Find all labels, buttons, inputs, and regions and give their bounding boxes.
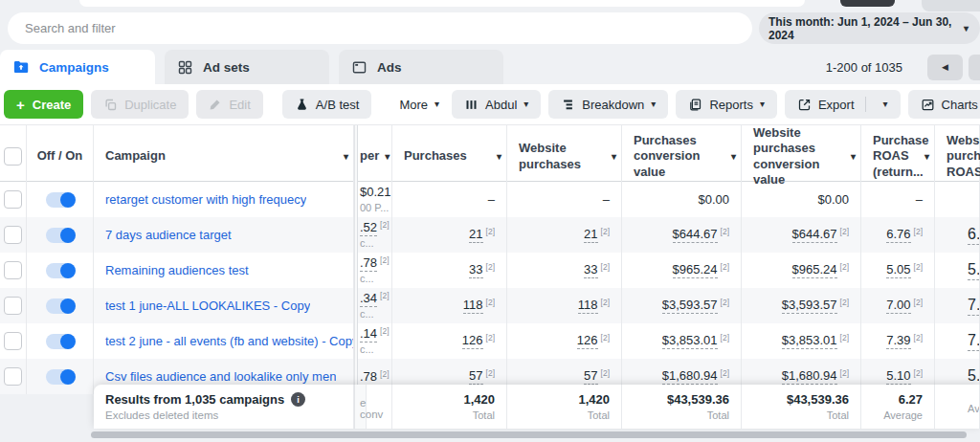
purchases-value[interactable]: 118 — [463, 298, 483, 314]
sort-caret-icon[interactable]: ▾ — [924, 152, 929, 162]
export-button[interactable]: Export ▾ — [785, 90, 901, 119]
date-range-selector[interactable]: This month: Jun 1, 2024 – Jun 30, 2024 ▾ — [759, 12, 980, 44]
purchases-conversion-value[interactable]: $3,853.01 — [662, 333, 718, 349]
topbar-fragment-dark — [840, 0, 895, 7]
prev-page-button[interactable]: ◀ — [927, 55, 963, 80]
website-purchases-value[interactable]: 118 — [578, 298, 598, 314]
reports-button[interactable]: Reports ▾ — [676, 90, 777, 119]
purchase-roas-value[interactable]: 5.10 — [886, 368, 910, 385]
purchases-conversion-value[interactable]: $3,593.57 — [662, 298, 718, 314]
cost-cell-fragment[interactable]: .14 — [360, 326, 377, 343]
campaign-link[interactable]: test 1 june-ALL LOOKALIKES - Copy — [94, 298, 310, 313]
website-purchases-value[interactable]: 33 — [584, 262, 597, 278]
breakdown-button[interactable]: Breakdown ▾ — [548, 90, 668, 119]
create-button-label: Create — [33, 98, 71, 112]
cost-cell-fragment[interactable]: .78 — [360, 255, 377, 272]
purchases-value[interactable]: 33 — [469, 262, 482, 278]
tab-campaigns[interactable]: Campaigns — [0, 50, 155, 84]
campaign-link[interactable]: retarget customer with high frequecy — [94, 192, 306, 207]
purchases-value[interactable]: 126 — [462, 333, 483, 349]
purchase-roas-value[interactable]: 6.76 — [886, 227, 910, 243]
website-purchase-roas-value[interactable]: 6.76 — [968, 226, 980, 245]
campaign-link[interactable]: test 2 june - all events (fb and website… — [94, 334, 353, 348]
website-purchase-roas-value[interactable]: 7.39 — [968, 332, 980, 351]
info-icon[interactable]: i — [291, 392, 305, 407]
search-input[interactable] — [8, 12, 752, 44]
chevron-down-icon[interactable]: ▾ — [883, 99, 888, 109]
website-purchases-conversion-value[interactable]: $1,680.94 — [782, 368, 837, 385]
website-purchases-conversion-value[interactable]: $3,853.01 — [782, 333, 837, 349]
row-checkbox[interactable] — [4, 261, 22, 279]
column-header-cost-truncated[interactable]: per ▾ — [358, 125, 392, 188]
sort-caret-icon[interactable]: ▾ — [612, 152, 616, 162]
campaign-toggle[interactable] — [46, 369, 75, 385]
next-page-button[interactable]: ▶ — [969, 55, 980, 80]
purchases-value[interactable]: 57 — [469, 368, 482, 385]
column-header-website-purchases[interactable]: Website purchases ▾ — [507, 125, 622, 188]
table-row[interactable]: 7 days audience target .52[2]c... 21[2] … — [0, 217, 980, 253]
table-row[interactable]: Remaining audiences test .78[2]c... 33[2… — [0, 253, 980, 288]
purchase-roas-value[interactable]: 7.00 — [886, 298, 910, 314]
select-all-checkbox[interactable] — [4, 147, 22, 166]
campaign-link[interactable]: Remaining audiences test — [94, 263, 249, 277]
sort-caret-icon[interactable]: ▾ — [497, 152, 501, 162]
sort-caret-icon[interactable]: ▾ — [344, 152, 348, 162]
create-button[interactable]: + Create — [4, 90, 83, 119]
column-header-website-purchase-roas[interactable]: Website purchases ROAS... — [935, 125, 980, 188]
campaign-toggle[interactable] — [46, 263, 75, 278]
row-checkbox[interactable] — [4, 226, 22, 244]
horizontal-scrollbar[interactable] — [91, 431, 967, 438]
purchases-value[interactable]: 21 — [469, 227, 482, 243]
tab-ad-sets-label: Ad sets — [203, 60, 250, 75]
column-header-purchases-conversion-value[interactable]: Purchases conversion value ▾ — [622, 125, 742, 188]
ab-test-button[interactable]: A/B test — [282, 90, 372, 119]
campaign-toggle[interactable] — [46, 228, 75, 243]
table-row[interactable]: retarget customer with high frequecy $0.… — [0, 182, 980, 217]
column-header-purchase-roas[interactable]: Purchase ROAS (return... ▾ — [861, 125, 935, 188]
purchases-conversion-value[interactable]: $644.67 — [673, 227, 718, 243]
row-checkbox[interactable] — [4, 190, 22, 209]
website-purchases-value[interactable]: 126 — [577, 333, 598, 349]
campaign-link[interactable]: Csv files audience and lookalike only me… — [94, 369, 336, 384]
table-row[interactable]: test 2 june - all events (fb and website… — [0, 323, 980, 359]
campaign-toggle[interactable] — [46, 298, 75, 314]
row-checkbox[interactable] — [4, 332, 22, 350]
more-button[interactable]: More ▾ — [387, 90, 452, 119]
purchases-conversion-value[interactable]: $1,680.94 — [662, 368, 718, 385]
columns-preset-button[interactable]: Abdul ▾ — [452, 90, 541, 119]
website-purchases-value[interactable]: 57 — [584, 368, 597, 385]
campaign-link[interactable]: 7 days audience target — [94, 228, 232, 242]
table-row[interactable]: test 1 june-ALL LOOKALIKES - Copy .34[2]… — [0, 288, 980, 323]
cost-cell-fragment[interactable]: .34 — [360, 291, 377, 307]
tab-ads[interactable]: Ads — [339, 50, 503, 84]
column-header-off-on: Off / On — [37, 148, 83, 164]
campaign-toggle[interactable] — [46, 334, 75, 349]
edit-button[interactable]: Edit — [196, 90, 262, 119]
cost-cell-fragment[interactable]: .52 — [360, 220, 377, 236]
campaigns-table: Off / On Campaign ▾ per ▾ Purchases ▾ We… — [0, 124, 980, 394]
cost-cell-fragment[interactable]: .78 — [360, 369, 377, 386]
website-purchases-value[interactable]: 21 — [584, 227, 597, 243]
column-header-campaign[interactable]: Campaign ▾ — [94, 125, 354, 188]
purchases-conversion-value[interactable]: $965.24 — [673, 262, 718, 278]
row-checkbox[interactable] — [4, 367, 22, 386]
website-purchase-roas-value[interactable]: 5.10 — [968, 367, 980, 387]
website-purchase-roas-value[interactable]: 7.00 — [968, 297, 980, 316]
website-purchase-roas-value[interactable]: 5.05 — [968, 261, 980, 280]
duplicate-button[interactable]: Duplicate — [91, 90, 189, 119]
website-purchases-conversion-value[interactable]: $965.24 — [792, 262, 837, 278]
website-purchases-conversion-value[interactable]: $644.67 — [792, 227, 837, 243]
purchase-roas-value[interactable]: 7.39 — [886, 333, 910, 349]
charts-button[interactable]: Charts — [908, 90, 980, 119]
sort-caret-icon[interactable]: ▾ — [731, 152, 736, 162]
sort-caret-icon[interactable]: ▾ — [385, 152, 390, 162]
tab-ad-sets[interactable]: Ad sets — [165, 50, 329, 84]
sort-caret-icon[interactable]: ▾ — [851, 152, 856, 162]
prev-arrow-icon: ◀ — [942, 62, 948, 72]
column-header-website-purchases-conversion-value[interactable]: Website purchases conversion value ▾ — [742, 125, 861, 188]
campaign-toggle[interactable] — [46, 192, 75, 208]
purchase-roas-value[interactable]: 5.05 — [886, 262, 910, 278]
column-header-purchases[interactable]: Purchases ▾ — [392, 125, 507, 188]
website-purchases-conversion-value[interactable]: $3,593.57 — [782, 298, 837, 314]
row-checkbox[interactable] — [4, 297, 22, 315]
